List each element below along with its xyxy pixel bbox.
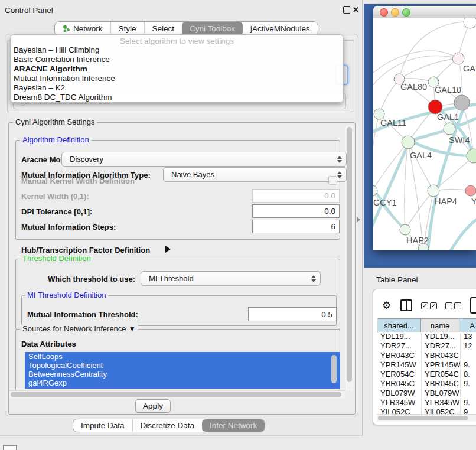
table-cell: YER054C xyxy=(377,370,422,379)
node-hap4[interactable] xyxy=(428,185,439,197)
checked-checkbox-icon[interactable]: ✓ xyxy=(421,302,428,309)
combo-stepper-icon xyxy=(337,156,342,163)
table-panel-title: Table Panel xyxy=(376,275,418,284)
tab-network-label: Network xyxy=(73,24,103,33)
tab-jactivemnodules-label: jActiveMNodules xyxy=(250,24,310,33)
label-gcy1: GCY1 xyxy=(373,198,397,207)
table-row[interactable]: YDL19...YDL19...13 xyxy=(377,331,476,341)
minimized-panel-icon[interactable] xyxy=(3,445,17,450)
table-cell: YDL19... xyxy=(422,332,461,341)
dpi-tolerance-label: DPI Tolerance [0,1]: xyxy=(21,207,92,216)
aracne-mode-combo[interactable]: Discovery xyxy=(61,152,347,167)
sources-group-title[interactable]: Sources for Network Inference ▼ xyxy=(20,325,138,333)
algorithm-option-selected[interactable]: ARACNE Algorithm xyxy=(11,64,343,74)
algorithm-option[interactable]: Mutual Information Inference xyxy=(11,74,343,83)
tab-infer-network[interactable]: Infer Network xyxy=(202,419,265,432)
table-row[interactable]: YER054CYER054C8. xyxy=(377,369,476,379)
mi-threshold-label: Mutual Information Threshold: xyxy=(27,310,138,319)
table-cell: 12 xyxy=(461,341,476,350)
attribute-item[interactable]: SelfLoops xyxy=(25,352,340,361)
mi-type-value: Naive Bayes xyxy=(171,170,214,179)
table-row[interactable]: YBR043CYBR043C xyxy=(377,350,476,360)
combo-stepper-icon xyxy=(337,171,342,178)
node-hap2[interactable] xyxy=(400,224,410,235)
manual-kernel-checkbox[interactable] xyxy=(328,176,337,185)
table-row[interactable]: YPR145WYPR145W9. xyxy=(377,360,476,369)
table-cell: YBL079W xyxy=(377,389,422,397)
hub-section-label[interactable]: Hub/Transcription Factor Definition xyxy=(21,246,150,255)
node-gray[interactable] xyxy=(454,95,470,110)
unchecked-checkbox-icon[interactable] xyxy=(445,302,452,309)
column-layout-icon[interactable] xyxy=(400,299,412,311)
bottom-tabbar: Impute Data Discretize Data Infer Networ… xyxy=(73,419,265,432)
table-cell: 9. xyxy=(461,398,476,407)
algorithm-option[interactable]: Bayesian – K2 xyxy=(11,83,343,93)
apply-button[interactable]: Apply xyxy=(135,399,171,413)
mi-threshold-group-title: MI Threshold Definition xyxy=(25,291,108,299)
mi-type-combo[interactable]: Naive Bayes xyxy=(163,167,347,182)
panel-title: Control Panel xyxy=(5,6,53,15)
minimize-traffic-light[interactable] xyxy=(391,8,399,17)
attribute-item[interactable]: TopologicalCoefficient xyxy=(25,361,340,370)
gear-icon[interactable]: ⚙ xyxy=(382,299,391,312)
table-cell: YBL079W xyxy=(422,389,461,397)
dpi-tolerance-value: 0.0 xyxy=(324,207,335,216)
tab-impute-data[interactable]: Impute Data xyxy=(73,419,132,432)
settings-hscrollbar-thumb[interactable] xyxy=(11,392,341,397)
settings-vscrollbar-thumb[interactable] xyxy=(347,127,352,382)
sources-expand-arrow-icon: ▼ xyxy=(128,324,136,333)
table-row[interactable]: YBL079WYBL079W xyxy=(377,388,476,397)
which-threshold-combo[interactable]: MI Threshold xyxy=(141,271,321,286)
table-hscrollbar[interactable] xyxy=(377,414,476,422)
label-gal1: GAL1 xyxy=(437,112,459,122)
network-nodes xyxy=(373,18,476,250)
checked-checkbox-icon[interactable]: ✓ xyxy=(430,302,437,309)
table-cell: YBR043C xyxy=(377,351,422,360)
table-cell: YPR145W xyxy=(422,360,461,369)
node-green-gal1[interactable] xyxy=(444,123,455,135)
dpi-tolerance-field[interactable]: 0.0 xyxy=(252,204,340,218)
attribute-item[interactable]: BetweennessCentrality xyxy=(25,370,340,379)
table-row[interactable]: YLR345WYLR345W9. xyxy=(377,397,476,407)
close-icon[interactable]: ✕ xyxy=(353,6,359,14)
hub-collapse-arrow-icon[interactable] xyxy=(165,246,171,253)
column-header-name[interactable]: name xyxy=(421,319,459,332)
table-cell: 9. xyxy=(461,379,476,388)
network-window-titlebar[interactable] xyxy=(373,6,476,18)
settings-hscrollbar[interactable] xyxy=(9,390,345,398)
label-gal4: GAL4 xyxy=(410,151,432,160)
mi-threshold-field[interactable]: 0.5 xyxy=(248,307,337,321)
control-panel-window: Control Panel ✕ Network Style Select Cyn… xyxy=(0,0,363,436)
unchecked-checkbox-icon[interactable] xyxy=(454,302,461,309)
close-traffic-light[interactable] xyxy=(380,8,388,17)
network-canvas[interactable]: GAL GAL80 GAL10 GAL1 GAL11 GAL4 SWI4 GCY… xyxy=(373,18,476,250)
kernel-width-field[interactable]: 0.0 xyxy=(252,189,340,203)
splitter-collapse-arrow[interactable] xyxy=(357,217,360,223)
kernel-width-value: 0.0 xyxy=(324,191,335,200)
algorithm-option[interactable]: Bayesian – Hill Climbing xyxy=(11,45,343,55)
mi-steps-value: 6 xyxy=(331,222,335,231)
float-window-icon[interactable] xyxy=(343,6,350,14)
table-hscrollbar-thumb[interactable] xyxy=(378,416,468,420)
mi-steps-field[interactable]: 6 xyxy=(252,220,340,233)
node-gal4[interactable] xyxy=(402,136,415,149)
table-row[interactable]: YDR27...YDR27...12 xyxy=(377,341,476,350)
cyni-algorithm-settings-title: Cyni Algorithm Settings xyxy=(13,118,97,126)
algorithm-option[interactable]: Basic Correlation Inference xyxy=(11,55,343,64)
algorithm-option[interactable]: Dream8 DC_TDC Algorithm xyxy=(11,93,343,102)
column-header-shared[interactable]: shared... xyxy=(377,319,421,332)
zoom-traffic-light[interactable] xyxy=(402,8,410,17)
node-pink-top[interactable] xyxy=(452,53,464,64)
label-hap4: HAP4 xyxy=(435,197,457,206)
attribute-item[interactable]: gal4RGexp xyxy=(25,379,340,387)
file-icon[interactable] xyxy=(470,297,476,314)
node-salmon[interactable] xyxy=(465,185,476,196)
table-row[interactable]: YIL052CYIL052C9 xyxy=(377,407,476,414)
attributes-vscrollbar-thumb[interactable] xyxy=(331,355,337,383)
node-top-cut[interactable] xyxy=(464,18,476,28)
table-header-row: shared... name A xyxy=(377,318,476,332)
column-header-cut[interactable]: A xyxy=(459,319,476,332)
table-row[interactable]: YBR045CYBR045C9. xyxy=(377,379,476,388)
tab-discretize-data[interactable]: Discretize Data xyxy=(132,419,203,432)
table-cell: YIL052C xyxy=(422,407,461,415)
